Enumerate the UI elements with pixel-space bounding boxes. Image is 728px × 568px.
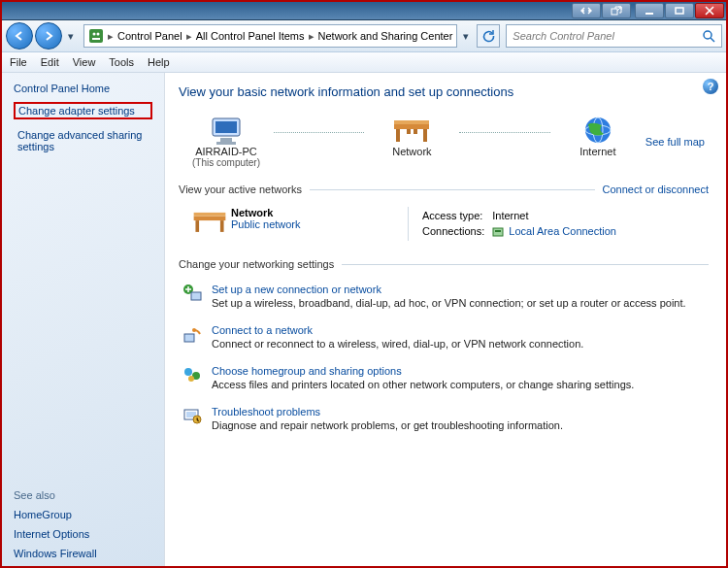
close-button[interactable] xyxy=(695,3,724,18)
globe-icon xyxy=(580,115,615,146)
svg-rect-28 xyxy=(184,334,194,342)
map-connector xyxy=(274,132,364,133)
search-icon[interactable] xyxy=(702,29,715,43)
task-troubleshoot[interactable]: Troubleshoot problems Diagnose and repai… xyxy=(179,398,709,439)
node-network[interactable]: Network xyxy=(368,115,455,168)
minimize-button[interactable] xyxy=(635,3,664,18)
task-title: Set up a new connection or network xyxy=(212,284,686,295)
breadcrumb-item[interactable]: All Control Panel Items xyxy=(196,30,305,42)
chevron-right-icon[interactable]: ▸ xyxy=(309,30,314,43)
active-network-name: Network xyxy=(231,207,396,218)
page-title: View your basic network information and … xyxy=(179,84,709,99)
node-computer-sub: (This computer) xyxy=(192,157,260,168)
refresh-button[interactable] xyxy=(477,24,500,48)
bench-icon xyxy=(190,207,229,236)
see-full-map-link[interactable]: See full map xyxy=(645,136,705,148)
svg-rect-27 xyxy=(191,292,201,300)
history-dropdown-icon[interactable]: ▾ xyxy=(64,30,78,43)
svg-rect-16 xyxy=(414,129,417,134)
new-connection-icon xyxy=(182,284,202,303)
active-networks-header: View your active networks xyxy=(179,184,302,195)
svg-rect-22 xyxy=(195,220,199,232)
svg-point-6 xyxy=(704,31,711,39)
sidebar: Control Panel Home Change adapter settin… xyxy=(2,73,165,568)
svg-rect-9 xyxy=(220,138,232,142)
sidebar-task-change-adapter[interactable]: Change adapter settings xyxy=(14,102,152,119)
task-title: Connect to a network xyxy=(212,324,583,336)
help-icon[interactable]: ? xyxy=(703,79,718,94)
access-type-label: Access type: xyxy=(422,209,490,222)
breadcrumb-item[interactable]: Network and Sharing Center xyxy=(318,30,453,42)
svg-rect-8 xyxy=(215,121,237,133)
troubleshoot-icon xyxy=(182,406,202,425)
map-connector xyxy=(459,132,549,133)
menu-view[interactable]: View xyxy=(73,56,96,68)
svg-rect-15 xyxy=(407,129,411,134)
divider xyxy=(408,207,409,241)
see-also-windows-firewall[interactable]: Windows Firewall xyxy=(14,548,152,559)
menu-bar: File Edit View Tools Help xyxy=(2,52,726,73)
svg-point-30 xyxy=(184,368,192,376)
menu-help[interactable]: Help xyxy=(148,56,170,68)
svg-rect-1 xyxy=(676,8,683,14)
chevron-right-icon[interactable]: ▸ xyxy=(108,30,114,43)
control-panel-home-link[interactable]: Control Panel Home xyxy=(14,83,152,94)
content-pane: ? View your basic network information an… xyxy=(165,73,726,568)
homegroup-icon xyxy=(182,365,202,384)
node-computer-name: AIRRAID-PC xyxy=(195,146,257,157)
nic-icon xyxy=(492,226,504,238)
task-new-connection[interactable]: Set up a new connection or network Set u… xyxy=(179,276,709,317)
task-desc: Access files and printers located on oth… xyxy=(212,379,634,390)
task-homegroup[interactable]: Choose homegroup and sharing options Acc… xyxy=(179,357,709,398)
task-desc: Set up a wireless, broadband, dial-up, a… xyxy=(212,297,686,309)
node-this-computer[interactable]: AIRRAID-PC (This computer) xyxy=(182,115,270,168)
task-desc: Connect or reconnect to a wireless, wire… xyxy=(212,338,583,350)
address-bar: ▾ ▸ Control Panel ▸ All Control Panel It… xyxy=(2,20,726,52)
svg-point-4 xyxy=(97,33,100,36)
node-internet-name: Internet xyxy=(579,146,615,157)
svg-rect-13 xyxy=(396,129,400,142)
menu-edit[interactable]: Edit xyxy=(41,56,59,68)
connect-disconnect-link[interactable]: Connect or disconnect xyxy=(603,184,709,195)
change-settings-header: Change your networking settings xyxy=(179,258,334,270)
menu-tools[interactable]: Tools xyxy=(109,56,134,68)
network-map: AIRRAID-PC (This computer) Network Inter… xyxy=(179,115,709,178)
active-network-type-link[interactable]: Public network xyxy=(231,218,396,230)
divider xyxy=(310,189,595,190)
task-desc: Diagnose and repair network problems, or… xyxy=(212,419,563,431)
titlebar-undock-button[interactable] xyxy=(602,3,631,18)
svg-rect-12 xyxy=(394,120,429,124)
access-type-value: Internet xyxy=(492,209,622,222)
chevron-right-icon[interactable]: ▸ xyxy=(186,30,192,43)
breadcrumb[interactable]: ▸ Control Panel ▸ All Control Panel Item… xyxy=(83,24,457,48)
node-internet[interactable]: Internet xyxy=(554,115,642,168)
svg-rect-5 xyxy=(92,38,100,40)
control-panel-icon xyxy=(88,28,104,44)
svg-rect-14 xyxy=(423,129,427,142)
bench-icon xyxy=(390,115,433,146)
see-also-header: See also xyxy=(14,489,152,501)
see-also-internet-options[interactable]: Internet Options xyxy=(14,528,152,540)
maximize-button[interactable] xyxy=(665,3,694,18)
address-dropdown-icon[interactable]: ▾ xyxy=(459,30,473,43)
task-title: Choose homegroup and sharing options xyxy=(212,365,634,377)
breadcrumb-item[interactable]: Control Panel xyxy=(117,30,182,42)
divider xyxy=(342,264,709,265)
connect-icon xyxy=(182,324,202,344)
menu-file[interactable]: File xyxy=(10,56,27,68)
computer-icon xyxy=(207,115,246,146)
svg-rect-10 xyxy=(216,142,236,145)
back-button[interactable] xyxy=(6,22,33,50)
svg-rect-21 xyxy=(194,213,226,217)
task-connect-network[interactable]: Connect to a network Connect or reconnec… xyxy=(179,317,709,357)
see-also-homegroup[interactable]: HomeGroup xyxy=(14,509,152,520)
search-input[interactable]: Search Control Panel xyxy=(506,24,722,48)
forward-button[interactable] xyxy=(35,22,62,50)
sidebar-task-advanced-sharing[interactable]: Change advanced sharing settings xyxy=(14,127,152,154)
connection-link[interactable]: Local Area Connection xyxy=(509,225,616,237)
svg-point-32 xyxy=(188,376,194,382)
titlebar-drag-button[interactable] xyxy=(572,3,601,18)
svg-rect-0 xyxy=(612,9,617,15)
svg-rect-11 xyxy=(394,124,429,129)
active-network-block: Network Public network Access type: Inte… xyxy=(179,201,709,252)
